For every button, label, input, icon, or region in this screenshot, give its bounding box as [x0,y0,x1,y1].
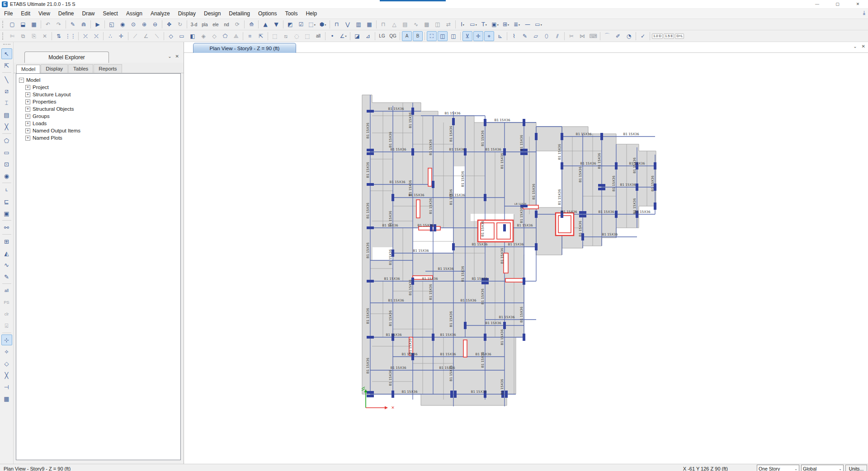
menu-draw[interactable]: Draw [78,9,99,18]
frame-portal-icon[interactable]: ⊓ [332,19,342,29]
uniform-load-icon[interactable]: ▤ [400,19,410,29]
explorer-tab-model[interactable]: Model [16,65,40,73]
menu-detailing[interactable]: Detailing [225,9,254,18]
quick-draw-secondary-beams-icon[interactable]: ▤ [1,109,12,120]
undo-icon[interactable]: ↶ [43,19,53,29]
wall-stack-icon[interactable]: ▥ [354,19,363,29]
snap-middle-toggle[interactable]: ✛ [473,31,483,41]
snap-end-point-icon[interactable]: ✧ [1,346,12,357]
frame-section-dropdown[interactable]: I▾ [458,19,467,29]
hatch-icon[interactable]: ⫽ [552,31,562,41]
story-levels-icon[interactable]: ⇅ [54,31,64,41]
menu-select[interactable]: Select [99,9,122,18]
tendon-section-dropdown[interactable]: T▾ [479,19,489,29]
snap-ends-toggle[interactable]: ⊻ [462,31,472,41]
draw-rect-area-icon[interactable]: ▭ [1,147,12,158]
tendon-icon[interactable]: ∿ [411,19,421,29]
view-tab[interactable]: Plan View - Story9 - Z = 90 (ft) [193,43,296,53]
edit-shell-icon[interactable]: ▭ [177,31,187,41]
view-chevron-icon[interactable]: ⌄ [853,44,857,49]
previous-zoom-icon[interactable]: ⊙ [128,19,138,29]
spring-icon[interactable]: ⌇ [509,31,519,41]
view-elevation-button[interactable]: ele [211,19,221,29]
tree-expand-box[interactable]: + [25,136,30,141]
eraser-icon[interactable]: ▱ [531,31,541,41]
paste-icon[interactable]: ⎘ [29,31,39,41]
measure-angle-icon[interactable]: ∠ [141,31,151,41]
draw-link-icon[interactable]: ⚯ [1,222,12,233]
draw-pencil-icon[interactable]: ✎ [68,19,78,29]
minimize-button[interactable]: — [807,0,827,8]
line-type-icon[interactable]: — [523,19,533,29]
edit-grid-icon[interactable]: ⌗ [245,31,255,41]
view-plan-button[interactable]: pla [200,19,210,29]
calc-icon[interactable]: ⌨ [588,31,598,41]
tree-expand-box[interactable]: + [25,128,30,133]
dash-type-dropdown[interactable]: ▭▾ [533,19,543,29]
draw-frame-icon[interactable]: ⧄ [1,86,12,97]
object-shrink-toggle[interactable]: ⛶ [427,31,437,41]
quick-draw-braces-icon[interactable]: ╳ [1,121,12,132]
rubber-band-zoom-icon[interactable]: ◱ [107,19,117,29]
cylinder-icon[interactable]: ⬯ [542,31,552,41]
draw-mode-icon[interactable]: ◪ [352,31,362,41]
select-all-button[interactable]: all [313,31,323,41]
explorer-tab-reports[interactable]: Reports [94,64,122,73]
select-mode-icon[interactable]: ⊿ [363,31,373,41]
check-run-icon[interactable]: ✓ [638,31,648,41]
draw-wall-icon[interactable]: L [1,184,12,195]
clear-selection-button[interactable]: clr [1,309,12,320]
explorer-tab-tables[interactable]: Tables [68,64,93,73]
frame-support-icon[interactable]: ⊓ [378,19,388,29]
tree-expand-box[interactable]: + [25,92,30,97]
quick-draw-circular-area-icon[interactable]: ◉ [1,170,12,181]
view-close-icon[interactable]: ✕ [862,44,865,49]
tree-node-model[interactable]: Model [26,77,40,83]
menu-options[interactable]: Options [254,9,281,18]
load-case-chip[interactable]: D+L [675,33,684,39]
open-icon[interactable]: ⬓ [18,19,28,29]
draw-line-icon[interactable]: ╲ [1,74,12,85]
plan-b-button[interactable]: B [413,31,423,41]
draw-grid-icon[interactable]: ⊞ [1,236,12,247]
flip-diagonal-icon[interactable]: ⟁ [231,31,241,41]
previous-selection-button[interactable]: PS [1,297,12,308]
select-check-icon[interactable]: ☑ [296,19,306,29]
remove-shell-icon[interactable]: ◇ [209,31,219,41]
wall-section-dropdown[interactable]: ▭▾ [468,19,478,29]
qg-button[interactable]: QG [388,31,398,41]
link-section-dropdown[interactable]: ⊞▾ [501,19,511,29]
story-selector-dropdown[interactable]: One Story⌄ [757,465,799,471]
snap-angle-dropdown[interactable]: ∠▾ [338,31,348,41]
shade-view-icon[interactable]: ⬢▾ [318,19,328,29]
view-named-button[interactable]: nd [222,19,231,29]
select-all-side-button[interactable]: all [1,285,12,296]
dimension-lines-icon[interactable]: ⋮⋮ [65,31,76,41]
snap-fine-grid-icon[interactable]: ▦ [1,393,12,404]
break-icon[interactable]: ✂ [566,31,576,41]
restore-full-view-icon[interactable]: ◉ [118,19,127,29]
menu-analyze[interactable]: Analyze [146,9,174,18]
panel-zone-icon[interactable]: ▩ [422,19,432,29]
quick-draw-area-icon[interactable]: ⊡ [1,159,12,170]
mesh-shells-icon[interactable]: ◇ [166,31,176,41]
plan-view-canvas[interactable]: Plan View - Story9 - Z = 90 (ft) ⌄ ✕ B1 … [184,42,868,464]
zoom-out-icon[interactable]: ⊖ [150,19,160,29]
rotate-view-icon[interactable]: ⟳ [232,19,242,29]
draw-dimension-icon[interactable]: ✎ [1,271,12,282]
menu-tools[interactable]: Tools [281,9,302,18]
draw-polygon-area-icon[interactable]: ⬠ [1,135,12,146]
menu-edit[interactable]: Edit [17,9,34,18]
perspective-toggle-icon[interactable]: ⟰ [246,19,256,29]
align-objects-icon[interactable]: ∴ [105,31,115,41]
draw-ramp-icon[interactable]: ◭ [1,248,12,259]
menu-file[interactable]: File [0,9,17,18]
pointer-select-icon[interactable]: ↖ [1,48,12,59]
measure-line-icon[interactable]: ⟋ [130,31,140,41]
move-up-story-icon[interactable]: ▲ [260,19,270,29]
snap-perpendicular-icon[interactable]: ⊣ [1,382,12,392]
diaphragm-icon[interactable]: ◫ [433,19,443,29]
explorer-chevron-icon[interactable]: ⌄ [168,54,171,59]
select-object-icon[interactable]: ◩ [285,19,295,29]
window-views-icon[interactable]: ◫ [448,31,458,41]
